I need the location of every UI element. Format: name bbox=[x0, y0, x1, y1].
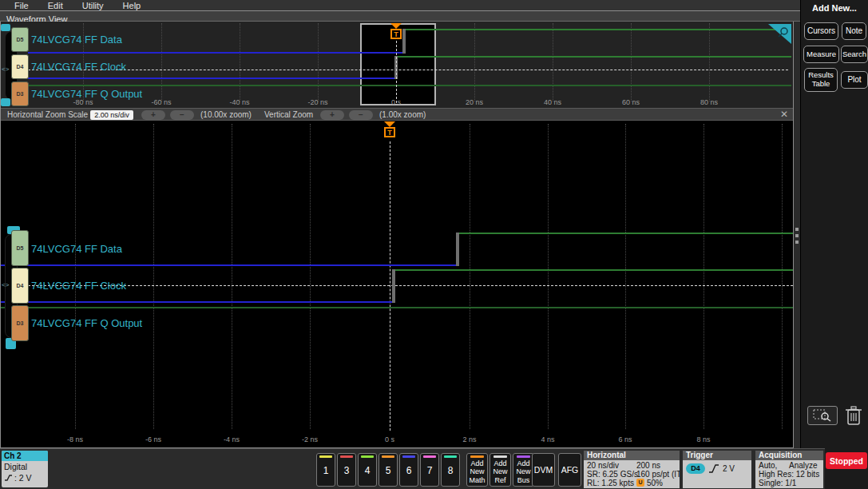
channel-badge-d3[interactable]: D3 bbox=[11, 82, 29, 106]
expand-icon[interactable]: <> bbox=[2, 66, 9, 73]
dvm-button[interactable]: DVM bbox=[532, 453, 555, 487]
main-tick: 4 ns bbox=[541, 435, 554, 443]
acquisition-panel-title: Acquisition bbox=[755, 451, 823, 460]
main-d4-high-segment bbox=[395, 269, 793, 271]
grid-line bbox=[625, 124, 626, 429]
v-zoom-increase-button[interactable]: + bbox=[320, 110, 344, 120]
add-button-label: Add New Bus bbox=[513, 459, 533, 484]
trigger-panel[interactable]: Trigger D4 2 V bbox=[683, 451, 751, 488]
bus-color-stripe bbox=[517, 455, 530, 458]
note-button[interactable]: Note bbox=[842, 22, 866, 40]
sample-rate: SR: 6.25 GS/s bbox=[587, 470, 638, 479]
channel-button-7[interactable]: 7 bbox=[420, 453, 439, 487]
badge-text: D3 bbox=[17, 91, 24, 97]
horizontal-panel-title: Horizontal bbox=[584, 451, 680, 460]
run-stop-status-button[interactable]: Stopped bbox=[826, 452, 867, 469]
channel-button-3[interactable]: 3 bbox=[337, 453, 356, 487]
results-table-button[interactable]: Results Table bbox=[804, 68, 838, 92]
acquisition-single: Single: 1/1 bbox=[759, 479, 796, 487]
channel-button-6[interactable]: 6 bbox=[399, 453, 418, 487]
channel-badge-d4[interactable]: D4 bbox=[11, 54, 29, 79]
channel-button-1[interactable]: 1 bbox=[316, 453, 335, 487]
add-new-math-button[interactable]: Add New Math bbox=[466, 453, 488, 487]
channel-label-d4[interactable]: 74LVCG74 FF Clock bbox=[31, 280, 126, 292]
channel-group-tab-top[interactable] bbox=[1, 24, 10, 31]
menu-edit[interactable]: Edit bbox=[48, 1, 63, 10]
trash-icon[interactable] bbox=[844, 404, 863, 427]
grid-line bbox=[310, 124, 311, 429]
afg-button[interactable]: AFG bbox=[558, 453, 581, 487]
menu-help[interactable]: Help bbox=[123, 1, 141, 10]
acquisition-analyze: Analyze bbox=[789, 461, 818, 470]
trigger-marker-arrow[interactable] bbox=[390, 23, 402, 29]
acquisition-mode: Auto, bbox=[759, 461, 777, 470]
main-d5-rising-edge bbox=[456, 233, 459, 266]
menu-utility[interactable]: Utility bbox=[82, 1, 104, 10]
menu-file[interactable]: File bbox=[14, 1, 29, 10]
zoom-corner-flag-icon[interactable] bbox=[768, 23, 792, 45]
main-tick: -4 ns bbox=[224, 435, 240, 443]
add-new-ref-button[interactable]: Add New Ref bbox=[489, 453, 511, 487]
main-tick: -6 ns bbox=[145, 435, 161, 443]
add-new-title: Add New... bbox=[801, 3, 868, 13]
trigger-letter: T bbox=[387, 129, 392, 137]
channel-button-label: 5 bbox=[379, 465, 397, 476]
channel-2-threshold: : 2 V bbox=[14, 472, 32, 483]
position-badge-icon: U bbox=[636, 479, 644, 487]
channel-badge-d5[interactable]: D5 bbox=[11, 27, 29, 52]
badge-text: D3 bbox=[17, 320, 24, 326]
search-button[interactable]: Search bbox=[841, 46, 868, 63]
main-tick: -2 ns bbox=[302, 435, 318, 443]
overview-tick: 20 ns bbox=[466, 98, 483, 106]
channel-button-4[interactable]: 4 bbox=[358, 453, 377, 487]
channel-label-d5[interactable]: 74LVCG74 FF Data bbox=[31, 243, 122, 255]
channel-label-d3[interactable]: 74LVCG74 FF Q Output bbox=[31, 317, 142, 329]
channel-badge-d3[interactable]: D3 bbox=[11, 305, 29, 341]
overview-d5-low-segment bbox=[28, 52, 404, 54]
trigger-marker-icon[interactable]: T bbox=[384, 127, 395, 137]
acquisition-panel[interactable]: Acquisition Auto, Analyze High Res: 12 b… bbox=[755, 451, 823, 488]
panel-splitter[interactable] bbox=[794, 22, 800, 448]
acquisition-resolution: High Res: 12 bits bbox=[759, 470, 819, 479]
resolution: 160 ps/pt (IT) bbox=[636, 470, 680, 479]
horizontal-panel[interactable]: Horizontal 20 ns/div 200 ns SR: 6.25 GS/… bbox=[584, 451, 680, 488]
channel-group-tab-bottom[interactable] bbox=[1, 98, 10, 106]
horizontal-position: 50% bbox=[647, 479, 663, 487]
close-zoom-icon[interactable]: ✕ bbox=[780, 109, 788, 120]
horizontal-window: 200 ns bbox=[636, 461, 660, 470]
grid-line bbox=[470, 124, 470, 429]
h-zoom-increase-button[interactable]: + bbox=[141, 110, 165, 120]
badge-text: D4 bbox=[17, 64, 24, 70]
plot-button[interactable]: Plot bbox=[841, 71, 868, 89]
channel-2-card[interactable]: Ch 2 Digital : 2 V bbox=[2, 451, 48, 487]
zoom-region-button[interactable] bbox=[807, 406, 838, 425]
h-zoom-decrease-button[interactable]: − bbox=[170, 110, 194, 120]
channel-color-stripe bbox=[444, 455, 457, 458]
channel-color-stripe bbox=[423, 455, 436, 458]
channel-button-8[interactable]: 8 bbox=[441, 453, 460, 487]
overview-d4-high-segment bbox=[398, 56, 791, 58]
splitter-drag-handle-icon[interactable] bbox=[795, 228, 799, 244]
vertical-zoom-label: Vertical Zoom bbox=[264, 110, 313, 119]
channel-badge-d4[interactable]: D4 bbox=[11, 268, 29, 304]
expand-icon[interactable]: <> bbox=[2, 281, 9, 288]
channel-button-5[interactable]: 5 bbox=[379, 453, 398, 487]
measure-button[interactable]: Measure bbox=[803, 46, 839, 63]
overview-tick: -40 ns bbox=[229, 98, 249, 106]
channel-badge-d5[interactable]: D5 bbox=[11, 230, 29, 266]
main-d5-low-segment bbox=[1, 264, 457, 266]
channel-2-header: Ch 2 bbox=[2, 451, 48, 461]
channel-label-d5[interactable]: 74LVCG74 FF Data bbox=[31, 34, 122, 46]
badge-text: D4 bbox=[17, 283, 24, 288]
channel-label-d4[interactable]: 74LVCG74 FF Clock bbox=[31, 61, 126, 73]
trigger-marker-icon[interactable]: T bbox=[390, 29, 402, 39]
add-new-bus-button[interactable]: Add New Bus bbox=[513, 453, 534, 487]
cursors-button[interactable]: Cursors bbox=[804, 22, 838, 40]
v-zoom-decrease-button[interactable]: − bbox=[349, 110, 373, 120]
trigger-marker-arrow[interactable] bbox=[384, 121, 395, 127]
overview-tick: 80 ns bbox=[700, 98, 718, 106]
horizontal-zoom-scale-input[interactable]: 2.00 ns/div bbox=[90, 110, 133, 120]
trigger-letter: T bbox=[394, 30, 398, 38]
channel-color-stripe bbox=[319, 455, 332, 458]
add-button-label: Add New Math bbox=[467, 459, 487, 484]
